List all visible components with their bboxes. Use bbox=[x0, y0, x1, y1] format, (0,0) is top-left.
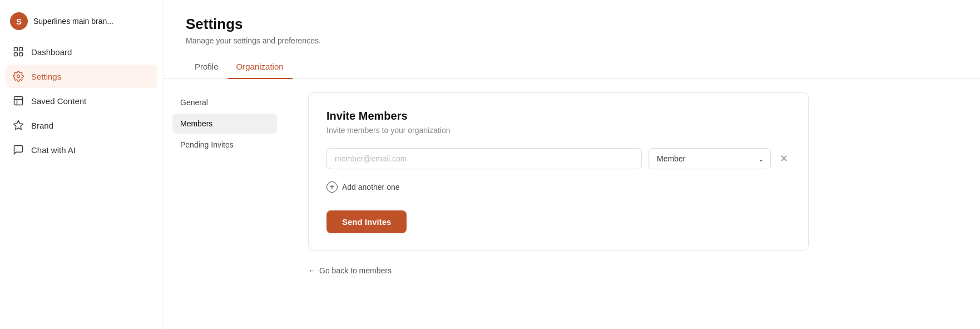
left-nav-pending-invites[interactable]: Pending Invites bbox=[172, 135, 277, 155]
content-area: General Members Pending Invites Invite M… bbox=[164, 79, 980, 329]
page-subtitle: Manage your settings and preferences. bbox=[186, 36, 958, 45]
sidebar-item-label: Brand bbox=[31, 121, 53, 130]
arrow-left-icon: ← bbox=[308, 266, 316, 275]
main-header: Settings Manage your settings and prefer… bbox=[164, 0, 980, 55]
role-select-wrapper: Member Admin Viewer ⌄ bbox=[649, 148, 771, 169]
remove-invite-row-button[interactable]: ✕ bbox=[778, 151, 790, 166]
sidebar-item-label: Settings bbox=[31, 72, 61, 81]
page-title: Settings bbox=[186, 16, 958, 33]
dashboard-icon bbox=[12, 46, 24, 58]
sidebar-item-chat-ai[interactable]: Chat with AI bbox=[6, 138, 157, 161]
invite-subtitle: Invite members to your organization bbox=[326, 126, 790, 135]
sidebar-item-label: Saved Content bbox=[31, 96, 86, 106]
invite-title: Invite Members bbox=[326, 110, 790, 122]
svg-point-4 bbox=[17, 75, 20, 78]
left-nav-general[interactable]: General bbox=[172, 92, 277, 112]
right-panel: Invite Members Invite members to your or… bbox=[286, 79, 980, 329]
svg-rect-0 bbox=[14, 48, 18, 51]
add-another-button[interactable]: + Add another one bbox=[326, 179, 400, 195]
brand-icon bbox=[12, 119, 24, 131]
tab-bar: Profile Organization bbox=[164, 55, 980, 79]
svg-rect-2 bbox=[14, 53, 18, 56]
main-content: Settings Manage your settings and prefer… bbox=[164, 0, 980, 329]
left-nav: General Members Pending Invites bbox=[164, 79, 286, 329]
add-circle-icon: + bbox=[326, 181, 338, 193]
svg-rect-1 bbox=[19, 48, 23, 51]
brand-name: Superlines main bran... bbox=[33, 17, 113, 26]
send-invites-wrapper: Send Invites bbox=[326, 210, 790, 233]
sidebar-item-settings[interactable]: Settings bbox=[6, 65, 157, 88]
saved-content-icon bbox=[12, 95, 24, 107]
brand-avatar: S bbox=[10, 12, 28, 30]
go-back-label: Go back to members bbox=[319, 266, 392, 275]
sidebar-item-label: Dashboard bbox=[31, 47, 72, 57]
role-select[interactable]: Member Admin Viewer bbox=[649, 148, 771, 169]
invite-card: Invite Members Invite members to your or… bbox=[308, 92, 809, 251]
sidebar: S Superlines main bran... Dashboard bbox=[0, 0, 164, 329]
email-input[interactable] bbox=[326, 148, 642, 169]
sidebar-item-label: Chat with AI bbox=[31, 145, 76, 155]
sidebar-item-saved-content[interactable]: Saved Content bbox=[6, 89, 157, 112]
svg-rect-3 bbox=[19, 53, 23, 56]
sidebar-nav: Dashboard Settings Saved Content bbox=[0, 40, 163, 161]
add-another-label: Add another one bbox=[342, 183, 400, 191]
svg-marker-6 bbox=[14, 121, 23, 130]
sidebar-item-brand[interactable]: Brand bbox=[6, 114, 157, 137]
go-back-link[interactable]: ← Go back to members bbox=[308, 266, 392, 275]
sidebar-item-dashboard[interactable]: Dashboard bbox=[6, 40, 157, 63]
invite-row: Member Admin Viewer ⌄ ✕ bbox=[326, 148, 790, 169]
left-nav-members[interactable]: Members bbox=[172, 114, 277, 134]
tab-profile[interactable]: Profile bbox=[186, 55, 227, 79]
sidebar-brand[interactable]: S Superlines main bran... bbox=[0, 7, 163, 40]
send-invites-button[interactable]: Send Invites bbox=[326, 210, 407, 233]
settings-icon bbox=[12, 70, 24, 82]
tab-organization[interactable]: Organization bbox=[227, 55, 293, 79]
chat-icon bbox=[12, 144, 24, 156]
svg-rect-5 bbox=[14, 97, 23, 105]
